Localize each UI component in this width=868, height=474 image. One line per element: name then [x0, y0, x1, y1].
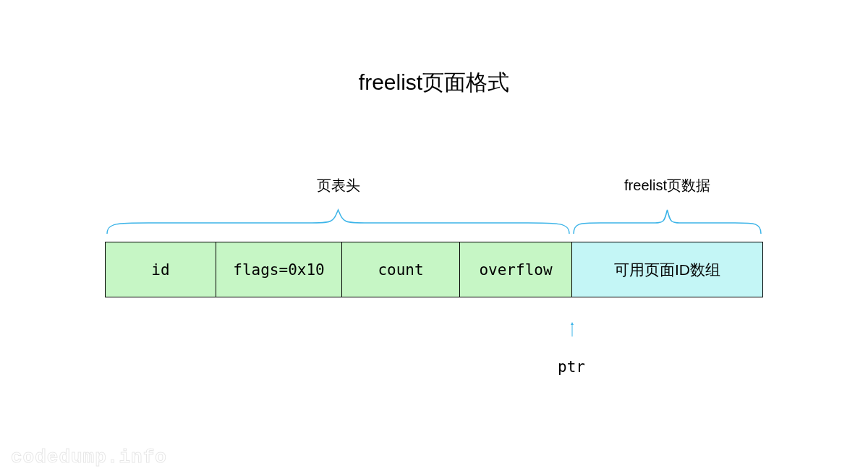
cell-flags: flags=0x10	[216, 242, 342, 297]
cell-count: count	[341, 242, 460, 297]
section-label-data: freelist页数据	[571, 176, 763, 195]
cell-array: 可用页面ID数组	[571, 242, 763, 297]
cell-id: id	[105, 242, 216, 297]
diagram-title: freelist页面格式	[0, 68, 868, 98]
watermark: codedump.info	[11, 447, 167, 468]
brace-header-icon	[105, 201, 571, 236]
brace-data-icon	[571, 201, 763, 236]
page-layout-row: id flags=0x10 count overflow 可用页面ID数组	[105, 242, 763, 297]
cell-overflow: overflow	[459, 242, 572, 297]
ptr-label: ptr	[550, 358, 593, 376]
ptr-arrow-icon	[571, 308, 574, 351]
section-label-header: 页表头	[105, 176, 571, 195]
svg-marker-1	[571, 322, 574, 325]
